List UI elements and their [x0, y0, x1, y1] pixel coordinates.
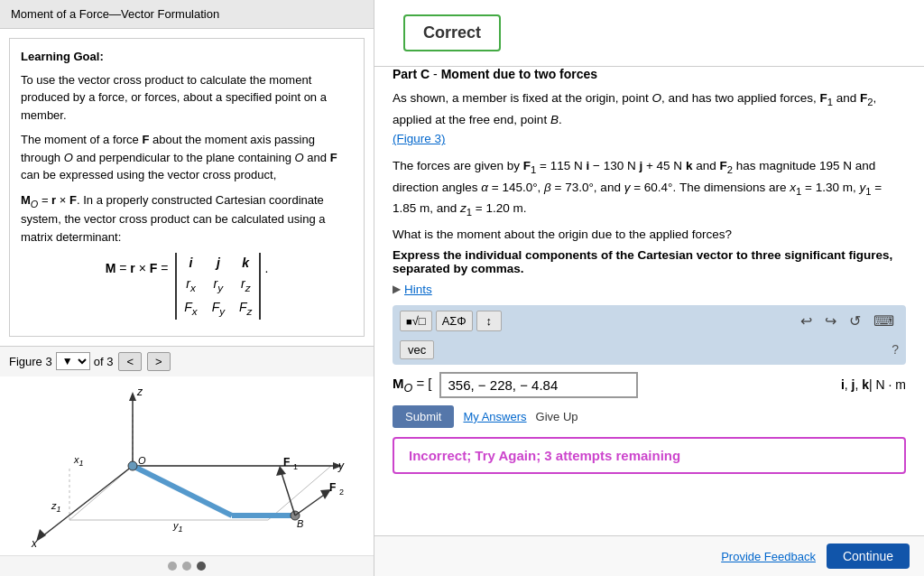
svg-text:F: F — [329, 481, 336, 494]
svg-line-21 — [282, 473, 295, 516]
feedback-link[interactable]: Provide Feedback — [721, 550, 816, 563]
math-matrix: M = r × F = i j k rx ry rz — [21, 253, 353, 320]
action-row: Submit My Answers Give Up — [393, 405, 906, 428]
undo-btn[interactable]: ↩ — [796, 311, 817, 331]
dot-3 — [197, 562, 206, 571]
svg-text:B: B — [297, 518, 303, 529]
hints-link[interactable]: Hints — [404, 283, 432, 296]
svg-text:F: F — [283, 456, 290, 469]
units-label: i, j, k| N · m — [841, 377, 906, 392]
input-toolbar: ■√□ ΑΣΦ ↕ ↩ ↪ ↺ ⌨ — [393, 305, 906, 337]
dot-1 — [168, 562, 177, 571]
submit-button[interactable]: Submit — [393, 405, 454, 428]
nav-next-button[interactable]: > — [147, 352, 171, 371]
symbol-btn[interactable]: ΑΣΦ — [436, 311, 473, 331]
svg-marker-7 — [129, 392, 136, 401]
svg-text:x1: x1 — [73, 454, 84, 468]
svg-text:z: z — [136, 386, 143, 398]
svg-line-15 — [133, 466, 232, 516]
right-content: Part C - Moment due to two forces As sho… — [374, 67, 924, 535]
toolbar-row2: vec ? — [393, 337, 906, 365]
answer-input[interactable] — [439, 372, 638, 398]
svg-text:y1: y1 — [172, 520, 183, 534]
svg-text:y: y — [337, 460, 345, 472]
nav-prev-button[interactable]: < — [118, 352, 142, 371]
learning-goal-p2: The moment of a force F about the moment… — [21, 131, 353, 184]
correct-banner: Correct — [403, 14, 501, 51]
part-label: Part C — [393, 67, 430, 81]
answer-row: MO = [ i, j, k| N · m — [393, 372, 906, 398]
express-text: Express the individual components of the… — [393, 248, 906, 275]
page-title: Moment of a Force—Vector Formulation — [0, 0, 374, 29]
continue-button[interactable]: Continue — [827, 543, 910, 569]
right-panel: Correct Part C - Moment due to two force… — [374, 0, 924, 576]
hints-arrow: ▶ — [393, 283, 401, 295]
sqrt-btn[interactable]: ■√□ — [400, 311, 432, 331]
refresh-btn[interactable]: ↺ — [845, 311, 865, 331]
svg-text:2: 2 — [339, 488, 344, 497]
part-header: Part C - Moment due to two forces — [393, 67, 906, 81]
dot-2 — [182, 562, 191, 571]
figure-select: Figure 3 ▼ of 3 — [9, 352, 113, 370]
question-text: What is the moment about the origin due … — [393, 228, 906, 241]
part-desc: Moment due to two forces — [441, 67, 597, 81]
figure-link[interactable]: (Figure 3) — [393, 132, 446, 145]
mo-label: MO = [ — [393, 376, 432, 395]
figure-label: Figure 3 — [9, 355, 52, 368]
give-up-link[interactable]: Give Up — [536, 410, 578, 423]
question-mark: ? — [892, 342, 899, 357]
hints-row: ▶ Hints — [393, 283, 906, 296]
svg-point-17 — [128, 461, 137, 470]
bottom-bar: Provide Feedback Continue — [374, 535, 924, 576]
svg-text:O: O — [138, 455, 146, 466]
svg-marker-13 — [36, 529, 46, 542]
vec-btn[interactable]: vec — [400, 340, 434, 359]
left-panel: Moment of a Force—Vector Formulation Lea… — [0, 0, 374, 576]
svg-line-25 — [295, 493, 327, 516]
dot-indicators — [0, 555, 374, 576]
incorrect-banner: Incorrect; Try Again; 3 attempts remaini… — [393, 437, 906, 474]
figure-svg: z y x O B — [15, 376, 358, 555]
learning-goal-p1: To use the vector cross product to calcu… — [21, 71, 353, 125]
of-label: of 3 — [94, 355, 114, 368]
svg-text:x: x — [31, 537, 38, 550]
my-answers-link[interactable]: My Answers — [463, 410, 526, 423]
keyboard-btn[interactable]: ⌨ — [869, 311, 899, 331]
figure-image: z y x O B — [0, 376, 374, 555]
problem-text-2: The forces are given by F1 = 115 N i − 1… — [393, 156, 906, 220]
learning-goal-p3: MO = r × F. In a properly constructed Ca… — [21, 191, 353, 246]
learning-goal-title: Learning Goal: — [21, 48, 353, 66]
updown-btn[interactable]: ↕ — [476, 311, 502, 331]
problem-text-1: As shown, a member is fixed at the origi… — [393, 88, 906, 149]
svg-text:1: 1 — [293, 462, 298, 471]
learning-goal-box: Learning Goal: To use the vector cross p… — [9, 38, 365, 337]
svg-text:z1: z1 — [51, 500, 61, 514]
figure-controls: Figure 3 ▼ of 3 < > — [0, 346, 374, 376]
figure-dropdown[interactable]: ▼ — [56, 352, 90, 370]
redo-btn[interactable]: ↪ — [820, 311, 841, 331]
